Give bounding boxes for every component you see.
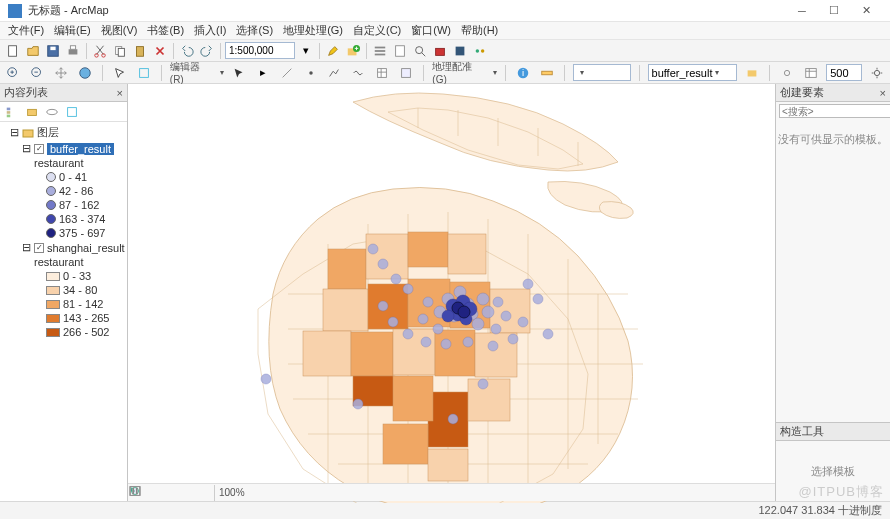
list-by-selection-icon[interactable] [63, 103, 81, 121]
svg-point-38 [47, 109, 58, 114]
measure-icon[interactable] [538, 64, 556, 82]
zoom-out-icon[interactable] [28, 64, 46, 82]
layer-shanghai-result[interactable]: shanghai_result [47, 242, 125, 254]
sketch-line-icon[interactable] [325, 64, 343, 82]
pan-icon[interactable] [52, 64, 70, 82]
redo-icon[interactable] [198, 42, 216, 60]
map-scale-input[interactable] [225, 42, 295, 59]
toc-tree[interactable]: ⊟图层 ⊟✓buffer_result restaurant 0 - 41 42… [0, 122, 127, 501]
menu-customize[interactable]: 自定义(C) [349, 22, 405, 39]
editor-toolbar-icon[interactable] [324, 42, 342, 60]
list-by-source-icon[interactable] [23, 103, 41, 121]
layer-checkbox[interactable]: ✓ [34, 243, 44, 253]
layer-combo[interactable]: buffer_result▾ [648, 64, 738, 81]
svg-point-76 [403, 284, 413, 294]
delete-icon[interactable] [151, 42, 169, 60]
toc-root[interactable]: 图层 [37, 125, 59, 140]
zoom-in-icon[interactable] [4, 64, 22, 82]
clear-selection-icon[interactable] [135, 64, 153, 82]
menu-select[interactable]: 选择(S) [232, 22, 277, 39]
list-by-draw-icon[interactable] [3, 103, 21, 121]
attributes-icon[interactable] [373, 64, 391, 82]
georef-layer-combo[interactable]: ▾ [573, 64, 631, 81]
list-by-visibility-icon[interactable] [43, 103, 61, 121]
edit-annotation-icon[interactable] [278, 64, 296, 82]
add-data-icon[interactable] [344, 42, 362, 60]
python-icon[interactable] [451, 42, 469, 60]
field-label: restaurant [34, 157, 84, 169]
create-features-header: 创建要素 × [776, 84, 890, 102]
paste-icon[interactable] [131, 42, 149, 60]
main-area: 内容列表 × ⊟图层 ⊟✓buffer_result restaurant 0 … [0, 84, 890, 501]
layer-buffer-result[interactable]: buffer_result [47, 143, 114, 155]
svg-rect-44 [448, 234, 486, 274]
menu-view[interactable]: 视图(V) [97, 22, 142, 39]
sketch-trace-icon[interactable] [349, 64, 367, 82]
arctoolbox-icon[interactable] [431, 42, 449, 60]
cut-icon[interactable] [91, 42, 109, 60]
template-search-input[interactable] [779, 104, 890, 118]
svg-point-68 [482, 306, 494, 318]
svg-point-94 [478, 379, 488, 389]
menu-insert[interactable]: 插入(I) [190, 22, 230, 39]
link-icon[interactable] [778, 64, 796, 82]
select-features-icon[interactable] [111, 64, 129, 82]
map-canvas[interactable] [128, 84, 775, 503]
toc-title: 内容列表 [4, 85, 48, 100]
menu-bookmarks[interactable]: 书签(B) [143, 22, 188, 39]
identify-icon[interactable]: i [514, 64, 532, 82]
toc-toolbar [0, 102, 127, 122]
svg-rect-58 [468, 379, 510, 421]
sketch-point-icon[interactable] [302, 64, 320, 82]
maximize-button[interactable]: ☐ [818, 1, 850, 21]
svg-rect-59 [383, 424, 428, 464]
svg-rect-36 [7, 114, 11, 117]
editor-label[interactable]: 编辑器(R) [170, 60, 214, 85]
refresh-icon[interactable] [172, 484, 190, 502]
undo-icon[interactable] [178, 42, 196, 60]
scale-dropdown-icon[interactable]: ▾ [297, 42, 315, 60]
layer-checkbox[interactable]: ✓ [34, 144, 44, 154]
svg-point-79 [368, 244, 378, 254]
svg-point-90 [378, 301, 388, 311]
minimize-button[interactable]: ─ [786, 1, 818, 21]
menu-help[interactable]: 帮助(H) [457, 22, 502, 39]
catalog-icon[interactable] [391, 42, 409, 60]
create-features-panel: 创建要素 × 没有可供显示的模板。 构造工具 选择模板 [775, 84, 890, 501]
table-icon[interactable] [802, 64, 820, 82]
menu-file[interactable]: 文件(F) [4, 22, 48, 39]
new-icon[interactable] [4, 42, 22, 60]
svg-point-72 [433, 324, 443, 334]
menu-edit[interactable]: 编辑(E) [50, 22, 95, 39]
open-icon[interactable] [24, 42, 42, 60]
layout-view-icon[interactable] [152, 484, 170, 502]
svg-rect-31 [748, 70, 757, 76]
svg-rect-40 [23, 130, 33, 137]
settings-icon[interactable] [868, 64, 886, 82]
map-view[interactable]: 100% [128, 84, 775, 501]
modelbuilder-icon[interactable] [471, 42, 489, 60]
svg-rect-9 [137, 46, 144, 56]
panel-close-icon[interactable]: × [880, 87, 886, 99]
sketch-properties-icon[interactable] [397, 64, 415, 82]
toc-close-icon[interactable]: × [117, 87, 123, 99]
menu-geoprocessing[interactable]: 地理处理(G) [279, 22, 347, 39]
copy-icon[interactable] [111, 42, 129, 60]
cell-size-input[interactable]: 500 [826, 64, 862, 81]
save-icon[interactable] [44, 42, 62, 60]
toc-icon[interactable] [371, 42, 389, 60]
svg-point-103 [458, 306, 470, 318]
svg-rect-3 [69, 49, 78, 54]
close-button[interactable]: ✕ [850, 1, 882, 21]
edit-tool-icon[interactable] [230, 64, 248, 82]
print-icon[interactable] [64, 42, 82, 60]
full-extent-icon[interactable] [76, 64, 94, 82]
source-icon[interactable] [743, 64, 761, 82]
menu-window[interactable]: 窗口(W) [407, 22, 455, 39]
svg-point-100 [442, 310, 454, 322]
georef-label[interactable]: 地理配准(G) [432, 60, 486, 85]
search-icon[interactable] [411, 42, 429, 60]
svg-point-67 [477, 293, 489, 305]
edit-vertices-icon[interactable]: ▸ [254, 64, 272, 82]
pause-draw-icon[interactable] [192, 484, 210, 502]
